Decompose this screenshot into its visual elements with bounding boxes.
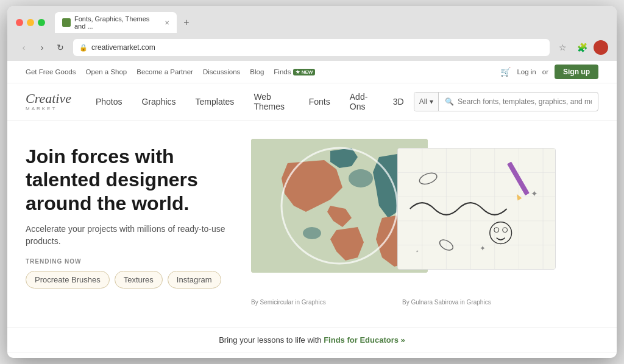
educator-link[interactable]: Finds for Educators » <box>324 335 405 345</box>
logo[interactable]: Creative MARKET <box>26 92 71 111</box>
caption-main: By Semicircular in Graphics <box>251 299 326 306</box>
hero-images: ✦ * ✦ By Semicircular in Graphics By Gul… <box>251 139 598 297</box>
reload-button[interactable]: ↻ <box>52 40 68 55</box>
main-nav: Creative MARKET Photos Graphics Template… <box>7 83 617 121</box>
traffic-lights <box>16 19 45 26</box>
cart-icon[interactable]: 🛒 <box>500 67 511 77</box>
forward-button[interactable]: › <box>34 40 50 55</box>
tab-title: Fonts, Graphics, Themes and ... <box>74 15 158 30</box>
new-badge: ★ NEW <box>293 69 315 75</box>
search-category-dropdown[interactable]: All ▾ <box>414 93 439 111</box>
doodle-svg: ✦ * ✦ <box>398 148 555 270</box>
extensions-button[interactable]: 🧩 <box>574 40 590 55</box>
search-icon: 🔍 <box>445 97 454 106</box>
tag-procreate-brushes[interactable]: Procreate Brushes <box>26 271 110 289</box>
tab-favicon <box>62 18 71 27</box>
svg-text:✦: ✦ <box>531 189 538 198</box>
address-bar-row: ‹ › ↻ 🔒 creativemarket.com ☆ 🧩 <box>7 37 617 61</box>
svg-point-3 <box>303 227 321 239</box>
utility-bar: Get Free Goods Open a Shop Become a Part… <box>7 61 617 83</box>
svg-rect-4 <box>398 149 555 269</box>
browser-actions: ☆ 🧩 <box>555 40 608 55</box>
blog-link[interactable]: Blog <box>250 68 264 75</box>
utility-right: 🛒 Log in or Sign up <box>500 65 598 79</box>
tab-bar: Fonts, Graphics, Themes and ... ✕ + <box>55 12 608 33</box>
finds-link[interactable]: Finds <box>274 68 291 75</box>
maximize-traffic-light[interactable] <box>38 19 45 26</box>
utility-links: Get Free Goods Open a Shop Become a Part… <box>26 68 315 75</box>
open-shop-link[interactable]: Open a Shop <box>85 68 127 75</box>
discussions-link[interactable]: Discussions <box>203 68 240 75</box>
new-tab-button[interactable]: + <box>179 15 194 30</box>
logo-market-text: MARKET <box>26 106 57 111</box>
lock-icon: 🔒 <box>79 44 88 52</box>
svg-text:*: * <box>416 248 419 255</box>
hero-image-doodle: ✦ * ✦ <box>397 148 556 270</box>
svg-point-2 <box>349 169 373 187</box>
hero-subtext: Accelerate your projects with millions o… <box>26 223 239 247</box>
educator-text: Bring your lessons to life with <box>219 335 321 345</box>
trending-tags: Procreate Brushes Textures Instagram <box>26 271 239 289</box>
profile-button[interactable] <box>594 40 608 55</box>
title-bar: Fonts, Graphics, Themes and ... ✕ + <box>7 6 617 37</box>
search-input-wrap: 🔍 <box>439 97 598 106</box>
hero-headline: Join forces with talented designers arou… <box>26 145 239 215</box>
minimize-traffic-light[interactable] <box>27 19 34 26</box>
star-button[interactable]: ☆ <box>555 40 570 55</box>
caption-secondary: By Gulnara Sabirova in Graphics <box>402 299 491 306</box>
nav-photos[interactable]: Photos <box>86 94 132 109</box>
svg-text:✦: ✦ <box>480 244 486 253</box>
educator-banner: Bring your lessons to life with Finds fo… <box>7 327 617 352</box>
or-text: or <box>542 68 548 75</box>
website-content: Get Free Goods Open a Shop Become a Part… <box>7 61 617 358</box>
search-input[interactable] <box>458 97 592 106</box>
search-category-label: All <box>419 97 427 106</box>
nav-fonts[interactable]: Fonts <box>299 94 340 109</box>
hero-text: Join forces with talented designers arou… <box>26 139 239 289</box>
search-bar[interactable]: All ▾ 🔍 <box>414 92 598 111</box>
browser-window: Fonts, Graphics, Themes and ... ✕ + ‹ › … <box>7 6 617 358</box>
login-link[interactable]: Log in <box>517 68 536 75</box>
chevron-down-icon: ▾ <box>430 97 433 106</box>
nav-web-themes[interactable]: Web Themes <box>244 89 299 114</box>
staff-picks-header: Staff Picks Explore Staff Picks › <box>7 352 617 358</box>
nav-buttons: ‹ › ↻ <box>16 40 68 55</box>
hero-section: Join forces with talented designers arou… <box>7 121 617 309</box>
trending-label: TRENDING NOW <box>26 258 239 265</box>
nav-links: Photos Graphics Templates Web Themes Fon… <box>86 89 414 114</box>
url-text: creativemarket.com <box>91 43 155 52</box>
back-button[interactable]: ‹ <box>16 40 32 55</box>
nav-graphics[interactable]: Graphics <box>132 94 186 109</box>
nav-add-ons[interactable]: Add-Ons <box>340 89 383 114</box>
signup-button[interactable]: Sign up <box>555 65 598 79</box>
get-free-goods-link[interactable]: Get Free Goods <box>26 68 76 75</box>
become-partner-link[interactable]: Become a Partner <box>136 68 193 75</box>
finds-badge[interactable]: Finds ★ NEW <box>274 68 315 75</box>
browser-chrome: Fonts, Graphics, Themes and ... ✕ + ‹ › … <box>7 6 617 61</box>
tag-textures[interactable]: Textures <box>115 271 163 289</box>
tag-instagram[interactable]: Instagram <box>168 271 221 289</box>
tab-close-button[interactable]: ✕ <box>165 19 169 26</box>
browser-tab[interactable]: Fonts, Graphics, Themes and ... ✕ <box>55 12 177 33</box>
close-traffic-light[interactable] <box>16 19 23 26</box>
nav-templates[interactable]: Templates <box>186 94 244 109</box>
logo-creative-text: Creative <box>26 92 71 105</box>
doodle-background: ✦ * ✦ <box>398 149 555 269</box>
address-bar[interactable]: 🔒 creativemarket.com <box>73 39 550 56</box>
nav-3d[interactable]: 3D <box>383 94 414 109</box>
